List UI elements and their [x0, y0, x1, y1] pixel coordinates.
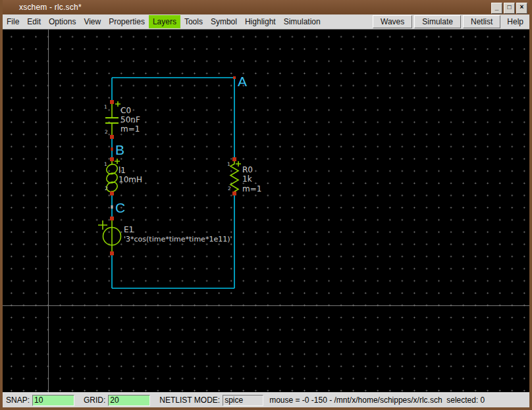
netlist-button[interactable]: Netlist [463, 15, 500, 28]
component-ref: E1 [124, 225, 134, 234]
minimize-button[interactable]: _ [491, 3, 502, 14]
maximize-button[interactable]: □ [504, 3, 515, 14]
menu-help[interactable]: Help [502, 15, 528, 28]
component-value: 10mH [119, 175, 142, 184]
resistor-r0[interactable]: 1 2 R0 1k m=1 [227, 157, 261, 195]
simulate-button[interactable]: Simulate [414, 15, 461, 28]
window-title: xschem - rlc.sch* [19, 3, 82, 12]
menu-layers[interactable]: Layers [149, 15, 180, 28]
plus-icon [115, 101, 120, 107]
net-attach-marker [233, 76, 236, 79]
pin-number: 2 [105, 186, 108, 192]
pin-number: 1 [227, 161, 230, 167]
menu-properties[interactable]: Properties [105, 15, 149, 28]
close-icon: × [520, 3, 524, 11]
plus-icon [115, 159, 120, 164]
component-ref: C0 [120, 106, 131, 115]
menu-bar: File Edit Options View Properties Layers… [3, 14, 529, 30]
menu-view[interactable]: View [80, 15, 105, 28]
close-button[interactable]: × [516, 3, 527, 14]
pin-marker [232, 157, 236, 161]
source-e1[interactable]: E1 '3*cos(time*time*time*1e11)' [98, 217, 232, 255]
xschem-window: xschem - rlc.sch* _ □ × File Edit Option… [0, 0, 532, 410]
net-attach-marker [111, 147, 113, 151]
component-value: '3*cos(time*time*time*1e11)' [124, 235, 232, 243]
net-attach-marker [111, 205, 113, 209]
maximize-icon: □ [507, 3, 511, 11]
mouse-status-text: mouse = -0 -150 - /mnt/x/home/schippes/x… [269, 396, 485, 405]
component-mult: m=1 [242, 184, 261, 193]
net-label-c[interactable]: C [115, 200, 125, 215]
net-label-b[interactable]: B [115, 142, 124, 157]
component-ref: R0 [242, 165, 253, 174]
grid-label: GRID: [84, 396, 105, 405]
capacitor-c0[interactable]: 1 2 C0 50nF m=1 [104, 100, 140, 139]
netlist-mode-label: NETLIST MODE: [159, 396, 220, 405]
title-bar[interactable]: xschem - rlc.sch* _ □ × [3, 0, 529, 14]
component-value: 50nF [120, 115, 140, 124]
pin-number: 1 [104, 104, 107, 110]
pin-number: 2 [105, 129, 108, 135]
status-bar: SNAP: GRID: NETLIST MODE: mouse = -0 -15… [3, 392, 529, 407]
menu-edit[interactable]: Edit [23, 15, 45, 28]
pin-marker [110, 100, 114, 104]
snap-label: SNAP: [6, 396, 30, 405]
component-value: 1k [242, 174, 252, 184]
waves-button[interactable]: Waves [373, 15, 412, 28]
pin-marker [110, 192, 114, 195]
pin-marker [110, 135, 114, 139]
menu-symbol[interactable]: Symbol [207, 15, 241, 28]
net-label-a[interactable]: A [238, 74, 247, 89]
pin-marker [232, 192, 236, 195]
minimize-icon: _ [495, 3, 499, 11]
net-labels: A B C [111, 74, 248, 215]
schematic-canvas[interactable]: 1 2 C0 50nF m=1 1 2 [3, 30, 529, 392]
component-mult: m=1 [120, 124, 140, 134]
menu-options[interactable]: Options [45, 15, 80, 28]
pin-number: 2 [228, 186, 231, 192]
snap-input[interactable] [32, 395, 74, 406]
menu-file[interactable]: File [3, 15, 23, 28]
grid-input[interactable] [108, 395, 150, 406]
inductor-coil [105, 171, 119, 184]
plus-icon [98, 220, 107, 230]
pin-marker [110, 251, 114, 255]
component-ref: l1 [119, 166, 126, 175]
pin-marker [110, 217, 114, 220]
plus-icon [236, 161, 241, 167]
menu-simulation[interactable]: Simulation [280, 15, 325, 28]
menu-tools[interactable]: Tools [180, 15, 207, 28]
inductor-l1[interactable]: 1 2 l1 10mH [104, 157, 142, 195]
pin-marker [110, 157, 114, 161]
window-content: xschem - rlc.sch* _ □ × File Edit Option… [3, 0, 529, 407]
menu-highlight[interactable]: Highlight [241, 15, 280, 28]
netlist-mode-input[interactable] [223, 395, 263, 406]
pin-number: 1 [104, 161, 107, 167]
window-controls: _ □ × [491, 3, 527, 14]
schematic-drawing: 1 2 C0 50nF m=1 1 2 [3, 30, 529, 392]
